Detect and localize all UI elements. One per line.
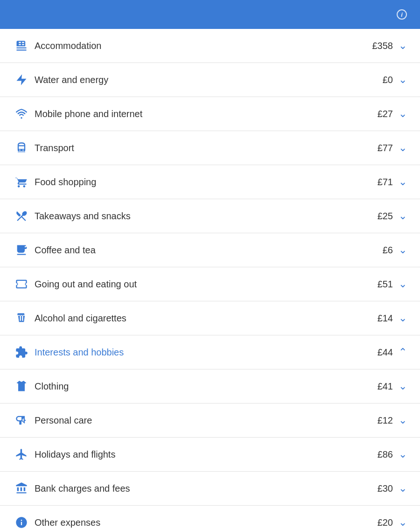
category-amount-personal-care: £12	[378, 415, 393, 426]
category-amount-takeaways: £25	[378, 211, 393, 222]
category-item-bank-charges[interactable]: Bank charges and fees £30	[0, 472, 420, 506]
category-name-food-shopping: Food shopping	[35, 177, 378, 188]
wifi-icon	[13, 107, 30, 120]
category-item-takeaways[interactable]: Takeaways and snacks £25	[0, 199, 420, 233]
cart-icon	[13, 175, 30, 188]
category-name-going-out: Going out and eating out	[35, 279, 378, 290]
chevron-hobbies	[399, 347, 407, 357]
category-name-bank-charges: Bank charges and fees	[35, 483, 378, 494]
bank-icon	[13, 482, 30, 495]
chevron-clothing	[399, 381, 407, 391]
category-item-hobbies[interactable]: Interests and hobbies £44	[0, 335, 420, 369]
category-name-coffee-tea: Coffee and tea	[35, 245, 383, 256]
category-name-clothing: Clothing	[35, 381, 378, 392]
tram-icon	[13, 141, 30, 154]
category-item-clothing[interactable]: Clothing £41	[0, 369, 420, 404]
lightning-icon	[13, 73, 30, 86]
cutlery-icon	[13, 209, 30, 223]
category-name-holidays: Holidays and flights	[35, 449, 378, 460]
chevron-water-energy	[399, 75, 407, 85]
building-icon	[13, 39, 30, 52]
chevron-accommodation	[399, 41, 407, 51]
category-item-coffee-tea[interactable]: Coffee and tea £6	[0, 233, 420, 267]
category-name-personal-care: Personal care	[35, 415, 378, 426]
category-amount-clothing: £41	[378, 381, 393, 392]
chevron-other-expenses	[399, 517, 407, 528]
category-amount-mobile-internet: £27	[378, 109, 393, 119]
category-amount-other-expenses: £20	[378, 517, 393, 528]
category-name-hobbies: Interests and hobbies	[35, 347, 378, 358]
header: i	[0, 0, 420, 29]
category-item-alcohol[interactable]: Alcohol and cigarettes £14	[0, 301, 420, 335]
chevron-personal-care	[399, 415, 407, 425]
category-amount-hobbies: £44	[378, 347, 393, 358]
category-name-mobile-internet: Mobile phone and internet	[35, 109, 378, 119]
chevron-bank-charges	[399, 483, 407, 494]
category-amount-holidays: £86	[378, 449, 393, 460]
chevron-mobile-internet	[399, 109, 407, 119]
category-name-water-energy: Water and energy	[35, 75, 383, 85]
category-name-transport: Transport	[35, 143, 378, 153]
category-amount-coffee-tea: £6	[383, 245, 393, 256]
chevron-transport	[399, 143, 407, 153]
chevron-food-shopping	[399, 177, 407, 187]
chevron-takeaways	[399, 211, 407, 221]
chevron-coffee-tea	[399, 245, 407, 255]
plane-icon	[13, 448, 30, 461]
ticket-icon	[13, 278, 30, 291]
chevron-holidays	[399, 449, 407, 459]
category-name-takeaways: Takeaways and snacks	[35, 211, 378, 222]
hairdryer-icon	[13, 414, 30, 427]
chevron-going-out	[399, 279, 407, 289]
category-item-food-shopping[interactable]: Food shopping £71	[0, 165, 420, 199]
category-amount-accommodation: £358	[372, 41, 393, 51]
category-item-holidays[interactable]: Holidays and flights £86	[0, 438, 420, 472]
category-item-water-energy[interactable]: Water and energy £0	[0, 63, 420, 97]
category-amount-water-energy: £0	[383, 75, 393, 85]
info-icon[interactable]: i	[397, 9, 407, 20]
category-name-accommodation: Accommodation	[35, 41, 372, 51]
category-amount-bank-charges: £30	[378, 483, 393, 494]
category-name-alcohol: Alcohol and cigarettes	[35, 313, 378, 324]
category-list: Accommodation £358 Water and energy £0 M…	[0, 29, 420, 529]
category-name-other-expenses: Other expenses	[35, 517, 378, 528]
header-right: i	[392, 9, 407, 20]
tshirt-icon	[13, 380, 30, 393]
category-item-transport[interactable]: Transport £77	[0, 131, 420, 165]
circle-info-icon	[13, 516, 30, 529]
category-amount-alcohol: £14	[378, 313, 393, 324]
puzzle-icon	[13, 346, 30, 359]
category-amount-food-shopping: £71	[378, 177, 393, 188]
category-item-personal-care[interactable]: Personal care £12	[0, 404, 420, 438]
chevron-alcohol	[399, 313, 407, 323]
category-amount-transport: £77	[378, 143, 393, 153]
category-item-going-out[interactable]: Going out and eating out £51	[0, 267, 420, 301]
category-amount-going-out: £51	[378, 279, 393, 290]
coffee-icon	[13, 244, 30, 257]
drinks-icon	[13, 312, 30, 325]
category-item-accommodation[interactable]: Accommodation £358	[0, 29, 420, 63]
category-item-mobile-internet[interactable]: Mobile phone and internet £27	[0, 97, 420, 131]
category-item-other-expenses[interactable]: Other expenses £20	[0, 506, 420, 529]
